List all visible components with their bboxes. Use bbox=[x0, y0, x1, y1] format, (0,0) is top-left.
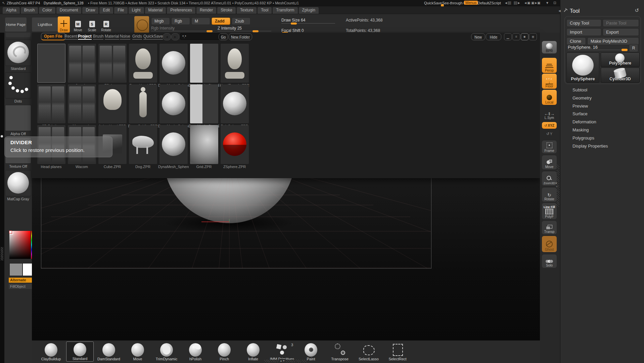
lightbox-thumbnail[interactable] bbox=[159, 44, 188, 83]
brush-slot[interactable]: DamStandard bbox=[95, 341, 123, 362]
menu-item[interactable]: Zplugin bbox=[299, 7, 319, 14]
transp-button[interactable]: Transp bbox=[542, 221, 557, 234]
lsym-button[interactable]: ←‖→ L.Sym bbox=[542, 108, 557, 120]
left-shelf-thumb[interactable] bbox=[5, 170, 31, 196]
lightbox-thumbnail[interactable] bbox=[37, 44, 65, 83]
import-button[interactable]: Import bbox=[566, 28, 601, 36]
brush-slot[interactable]: hPolish bbox=[182, 341, 209, 362]
thumb-size-1-icon[interactable]: ▁ bbox=[504, 33, 512, 40]
export-button[interactable]: Export bbox=[603, 28, 639, 36]
r-button[interactable]: R bbox=[629, 44, 638, 52]
new-folder-button[interactable]: New Folder bbox=[229, 33, 252, 40]
brush-slot[interactable]: Standard bbox=[66, 341, 94, 362]
tool-section-header[interactable]: Subtool bbox=[572, 86, 608, 94]
brush-slot[interactable]: 3 IMM Primitives bbox=[268, 341, 296, 362]
collapse-arrow-icon[interactable]: ◄ bbox=[558, 9, 561, 13]
lightbox-tab[interactable]: Brush bbox=[93, 34, 103, 40]
lightbox-tab[interactable]: Recent bbox=[64, 34, 77, 40]
left-shelf-item[interactable]: MatCap Gray bbox=[5, 170, 31, 201]
menu-item[interactable]: File bbox=[114, 7, 127, 14]
lightbox-thumbnail[interactable] bbox=[190, 125, 218, 164]
lightbox-item[interactable]: AnimeHead.ZPR bbox=[97, 84, 128, 125]
lightbox-thumbnail[interactable] bbox=[190, 84, 218, 123]
scroll-right-arrow-icon[interactable]: ▸ bbox=[556, 182, 557, 184]
lightbox-tab[interactable]: Project bbox=[78, 34, 92, 40]
menu-item[interactable]: Draw bbox=[82, 7, 98, 14]
bottom-scrollbar[interactable]: ▲▼ bbox=[264, 360, 307, 362]
z-intensity-track[interactable] bbox=[218, 31, 271, 31]
window-pair-icon[interactable]: ◄▣ ▣► bbox=[524, 1, 538, 5]
lightbox-item[interactable]: Mannequin bbox=[66, 84, 97, 125]
tool-slot-polysphere[interactable]: PolySphere bbox=[601, 52, 640, 67]
lightbox-item[interactable]: ZSphere.ZPR bbox=[219, 125, 250, 166]
menu-item[interactable]: Color bbox=[39, 7, 55, 14]
restore-config-icon[interactable]: ↺ bbox=[635, 7, 639, 13]
draw-size-slider[interactable]: Draw Size 64 bbox=[281, 18, 305, 23]
z-intensity-handle[interactable] bbox=[252, 30, 259, 32]
lightbox-thumbnail[interactable] bbox=[37, 84, 65, 123]
lightbox-thumbnail[interactable] bbox=[221, 84, 249, 123]
brush-slot[interactable]: Paint bbox=[297, 341, 325, 362]
briefcase-icon[interactable]: ▣ bbox=[537, 1, 540, 5]
ghost-button[interactable]: Ghost bbox=[542, 236, 557, 252]
menu-item[interactable]: Render bbox=[196, 7, 216, 14]
lightbox-item[interactable]: DynaMesh_StoneE bbox=[189, 44, 219, 84]
alternate-button[interactable]: Alternate bbox=[9, 278, 35, 283]
brush-slot[interactable]: TrimDynamic bbox=[153, 341, 180, 362]
tool-section-header[interactable]: Masking bbox=[572, 126, 608, 134]
hide-button[interactable]: Hide bbox=[486, 33, 501, 40]
left-scrollbar[interactable] bbox=[1, 247, 3, 260]
tool-slot-cylinder3d[interactable]: Cylinder3D bbox=[601, 68, 640, 83]
left-shelf-item[interactable]: Dots bbox=[5, 72, 31, 103]
left-shelf-thumb[interactable] bbox=[5, 105, 31, 131]
lightbox-prev-button[interactable]: ◄ bbox=[163, 33, 171, 40]
restore-window-icon[interactable]: ⊡ bbox=[553, 1, 556, 5]
lightbox-item[interactable]: ZSpheres bbox=[97, 44, 128, 84]
move-view-button[interactable]: Move bbox=[542, 155, 557, 169]
menu-item[interactable]: Brush bbox=[21, 7, 38, 14]
m-button[interactable]: M bbox=[191, 17, 210, 25]
home-page-button[interactable]: Home Page bbox=[5, 17, 27, 32]
scroll-left-arrow-icon[interactable]: ◂ bbox=[556, 185, 557, 188]
menus-toggle[interactable]: Menus bbox=[464, 1, 478, 5]
lightbox-item[interactable]: DynaMesh_Sphere bbox=[158, 125, 189, 166]
new-button[interactable]: New bbox=[471, 33, 485, 40]
lightbox-item[interactable]: DynaMesh_StoneE bbox=[189, 84, 219, 125]
current-brush-preview[interactable] bbox=[134, 16, 149, 33]
menu-item[interactable]: Transform bbox=[273, 7, 297, 14]
menu-item[interactable]: Edit bbox=[99, 7, 113, 14]
paste-tool-button[interactable]: Paste Tool bbox=[603, 19, 639, 27]
scroll-arrows-icon[interactable]: ▲▼ bbox=[279, 359, 286, 363]
lightbox-item[interactable]: DemoHead.ZPR bbox=[128, 44, 158, 84]
scroll-dot[interactable] bbox=[1, 135, 3, 137]
rotate-view-button[interactable]: ↻ Rotate bbox=[542, 188, 557, 202]
minimize-icon[interactable]: ▼ bbox=[546, 1, 549, 5]
lightbox-thumbnail[interactable] bbox=[129, 84, 157, 123]
gy-button[interactable]: ↺ Y bbox=[542, 130, 557, 138]
tool-slider-track[interactable] bbox=[568, 50, 626, 50]
lightbox-item[interactable]: Grid.ZPR bbox=[189, 125, 219, 166]
thumb-size-2-icon[interactable]: = bbox=[512, 33, 520, 40]
lightbox-thumbnail[interactable] bbox=[98, 44, 127, 83]
menu-item[interactable]: Material bbox=[145, 7, 166, 14]
tool-section-header[interactable]: Polygroups bbox=[572, 134, 608, 142]
zscript-button[interactable]: DefaultZScript bbox=[477, 1, 501, 5]
xyz-button[interactable]: ↺ XYZ bbox=[542, 122, 557, 129]
left-shelf-thumb[interactable] bbox=[5, 40, 31, 66]
draw-size-handle[interactable] bbox=[291, 23, 297, 25]
lightbox-next-button[interactable]: ► bbox=[171, 33, 179, 40]
brush-slot[interactable]: Inflate bbox=[239, 341, 267, 362]
lightbox-item[interactable]: DynaMesh_Sphere bbox=[158, 84, 189, 125]
z-intensity-slider[interactable]: Z Intensity 25 bbox=[218, 26, 242, 31]
tool-section-header[interactable]: Preview bbox=[572, 102, 608, 110]
tool-section-header[interactable]: Deformation bbox=[572, 118, 608, 126]
see-through-slider[interactable]: See-through 0 bbox=[442, 1, 466, 5]
rotate-mode-button[interactable]: R Rotate bbox=[100, 16, 112, 33]
lightbox-item[interactable]: HeadFemale.ZPR bbox=[219, 44, 250, 84]
menu-item[interactable]: Preferences bbox=[167, 7, 195, 14]
left-shelf-thumb[interactable] bbox=[5, 72, 31, 98]
file-filter-input[interactable] bbox=[180, 33, 221, 40]
zsub-button[interactable]: Zsub bbox=[232, 17, 250, 25]
fill-object-button[interactable]: FillObject bbox=[9, 284, 35, 289]
lightbox-button[interactable]: LightBox bbox=[32, 17, 58, 32]
